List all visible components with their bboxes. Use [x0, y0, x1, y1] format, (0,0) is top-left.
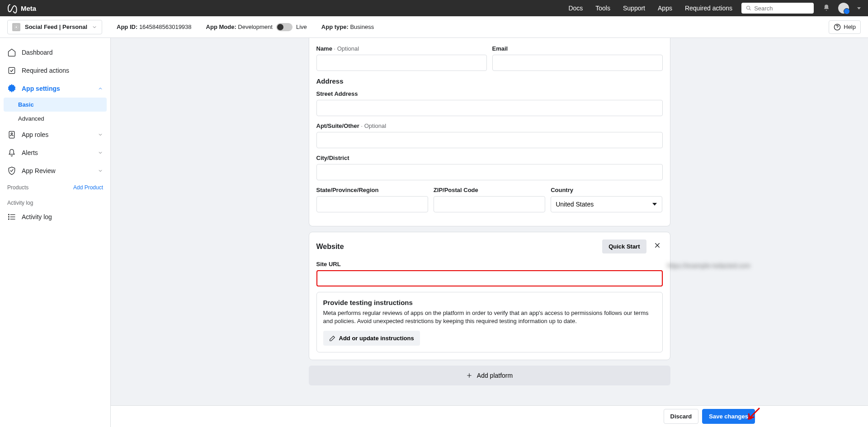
app-mode-toggle: App Mode: Development Live — [206, 23, 307, 31]
zip-input[interactable] — [434, 196, 545, 212]
email-label: Email — [492, 45, 663, 52]
chevron-down-icon — [92, 24, 97, 30]
add-platform-button[interactable]: Add platform — [309, 366, 670, 385]
chevron-up-icon — [98, 86, 103, 91]
sidebar-label: Required actions — [22, 67, 69, 74]
search-input[interactable] — [754, 5, 809, 12]
sidebar-products-header: Products Add Product — [0, 180, 110, 192]
testing-instructions-section: Provide testing instructions Meta perfor… — [316, 292, 663, 352]
list-icon — [7, 212, 16, 221]
svg-point-13 — [9, 219, 9, 220]
search-box[interactable] — [741, 3, 814, 14]
country-select[interactable] — [551, 196, 662, 212]
brand-text: Meta — [21, 5, 36, 12]
contact-card: Name · Optional Email Address Street Add… — [309, 38, 670, 226]
sub-header: Social Feed | Personal App ID: 164584856… — [0, 16, 868, 38]
svg-rect-6 — [9, 131, 14, 138]
discard-button[interactable]: Discard — [664, 409, 699, 424]
shield-icon — [7, 166, 16, 175]
chevron-down-icon — [98, 150, 103, 155]
sidebar-item-app-settings[interactable]: App settings — [0, 80, 110, 98]
save-changes-button[interactable]: Save changes — [702, 409, 755, 424]
sidebar-item-app-review[interactable]: App Review — [0, 162, 110, 180]
nav-docs[interactable]: Docs — [568, 5, 583, 12]
name-input[interactable] — [316, 55, 487, 71]
sidebar-label: App Review — [22, 167, 56, 174]
svg-line-1 — [750, 9, 751, 10]
home-icon — [7, 48, 16, 57]
street-label: Street Address — [316, 90, 663, 97]
close-icon — [654, 242, 661, 249]
app-selector[interactable]: Social Feed | Personal — [7, 20, 102, 34]
website-title: Website — [316, 243, 344, 251]
sidebar-subitem-advanced[interactable]: Advanced — [0, 112, 110, 126]
header-nav: Docs Tools Support Apps Required actions — [568, 5, 732, 12]
pencil-icon — [329, 335, 335, 342]
svg-point-2 — [16, 26, 17, 28]
app-icon — [12, 23, 20, 31]
apt-input[interactable] — [316, 132, 663, 148]
top-header: Meta Docs Tools Support Apps Required ac… — [0, 0, 868, 16]
website-card: Website Quick Start Site URL https://exa… — [309, 232, 670, 360]
state-input[interactable] — [316, 196, 428, 212]
zip-label: ZIP/Postal Code — [434, 187, 545, 193]
city-input[interactable] — [316, 164, 663, 180]
notifications-icon[interactable] — [823, 4, 830, 13]
sidebar-item-activity-log[interactable]: Activity log — [0, 208, 110, 226]
street-input[interactable] — [316, 100, 663, 116]
meta-logo[interactable]: Meta — [7, 3, 36, 14]
add-instructions-button[interactable]: Add or update instructions — [323, 331, 420, 346]
sidebar-label: App roles — [22, 131, 48, 138]
svg-point-7 — [11, 133, 12, 134]
chevron-down-icon — [98, 132, 103, 137]
gear-icon — [7, 84, 16, 93]
sidebar-item-app-roles[interactable]: App roles — [0, 126, 110, 144]
email-input[interactable] — [492, 55, 663, 71]
chevron-down-icon — [98, 168, 103, 174]
site-url-input[interactable] — [316, 270, 663, 286]
sidebar-activity-header: Activity log — [0, 192, 110, 208]
main-content: Name · Optional Email Address Street Add… — [111, 38, 868, 427]
plus-icon — [466, 372, 472, 379]
footer-bar: Discard Save changes — [111, 405, 868, 427]
live-label: Live — [296, 23, 307, 30]
user-avatar[interactable] — [838, 3, 849, 14]
help-button[interactable]: Help — [829, 20, 861, 34]
quick-start-button[interactable]: Quick Start — [602, 239, 646, 253]
testing-desc: Meta performs regular reviews of apps on… — [323, 309, 656, 325]
meta-logo-icon — [7, 3, 18, 14]
search-icon — [746, 5, 751, 11]
app-selector-name: Social Feed | Personal — [25, 23, 87, 30]
nav-support[interactable]: Support — [623, 5, 645, 12]
checklist-icon — [7, 66, 16, 75]
nav-apps[interactable]: Apps — [658, 5, 672, 12]
country-label: Country — [551, 187, 662, 193]
svg-point-0 — [747, 6, 750, 9]
svg-point-12 — [9, 216, 9, 217]
user-menu-caret-icon[interactable] — [857, 7, 861, 9]
sidebar-label: Dashboard — [22, 49, 53, 56]
add-product-link[interactable]: Add Product — [73, 184, 103, 191]
nav-required-actions[interactable]: Required actions — [685, 5, 732, 12]
sidebar: Dashboard Required actions App settings … — [0, 38, 111, 427]
sidebar-label: App settings — [22, 85, 60, 92]
nav-tools[interactable]: Tools — [595, 5, 610, 12]
help-icon — [834, 23, 841, 31]
close-website-button[interactable] — [652, 240, 663, 253]
sidebar-item-required-actions[interactable]: Required actions — [0, 61, 110, 80]
testing-title: Provide testing instructions — [323, 299, 656, 306]
sidebar-label: Alerts — [22, 149, 38, 156]
app-type-info: App type: Business — [321, 23, 374, 30]
sidebar-label: Activity log — [22, 213, 52, 221]
sidebar-item-alerts[interactable]: Alerts — [0, 144, 110, 162]
state-label: State/Province/Region — [316, 187, 428, 193]
bell-icon — [7, 148, 16, 157]
sidebar-item-dashboard[interactable]: Dashboard — [0, 43, 110, 61]
sidebar-subitem-basic[interactable]: Basic — [4, 98, 107, 112]
site-url-label: Site URL — [316, 261, 663, 267]
roles-icon — [7, 130, 16, 139]
apt-label: Apt/Suite/Other · Optional — [316, 122, 663, 129]
name-label: Name · Optional — [316, 45, 487, 52]
mode-toggle-switch[interactable] — [276, 23, 292, 31]
svg-point-11 — [9, 214, 9, 215]
